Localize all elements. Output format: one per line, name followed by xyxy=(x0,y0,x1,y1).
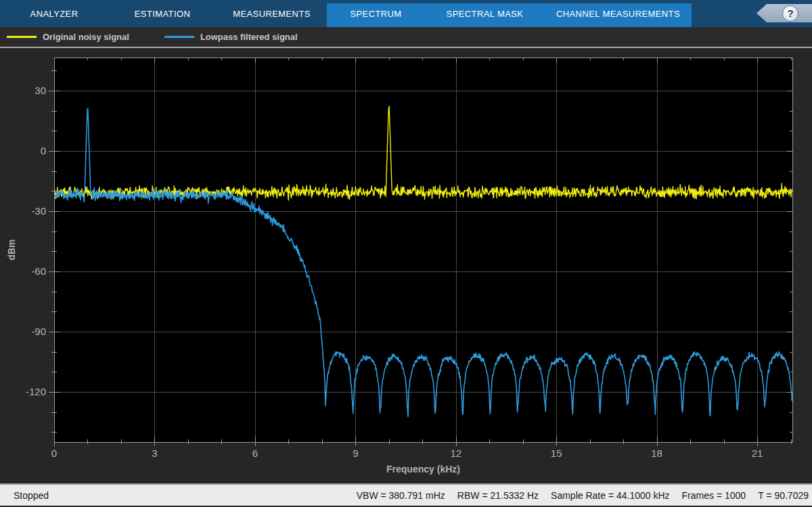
status-metrics: VBW = 380.791 mHzRBW = 21.5332 HzSample … xyxy=(357,490,809,501)
y-tick-label: -120 xyxy=(26,386,46,397)
help-button[interactable]: ? xyxy=(757,4,812,22)
tab-measurements[interactable]: MEASUREMENTS xyxy=(217,0,327,27)
y-axis-label: dBm xyxy=(6,239,17,260)
x-tick-label: 9 xyxy=(353,447,358,459)
spectrum-plot-svg[interactable]: 300-30-60-90-120036912151821Frequency (k… xyxy=(0,48,812,483)
status-metric-frames: Frames = 1000 xyxy=(682,490,746,501)
plot-background xyxy=(54,58,792,442)
x-tick-label: 6 xyxy=(252,447,258,459)
spectrum-analyzer-window: ANALYZER ESTIMATION MEASUREMENTS SPECTRU… xyxy=(0,0,812,507)
x-tick-label: 3 xyxy=(152,447,157,459)
x-tick-label: 15 xyxy=(551,447,562,459)
toolstrip-tabbar: ANALYZER ESTIMATION MEASUREMENTS SPECTRU… xyxy=(0,0,812,27)
x-tick-label: 21 xyxy=(752,447,763,459)
legend-item-filtered[interactable]: Lowpass filtered signal xyxy=(164,32,298,42)
tab-analyzer[interactable]: ANALYZER xyxy=(0,0,108,27)
legend-line-yellow-icon xyxy=(7,36,37,38)
y-tick-label: -90 xyxy=(31,326,46,337)
help-glyph: ? xyxy=(787,7,793,19)
status-metric-vbw: VBW = 380.791 mHz xyxy=(357,490,445,501)
x-tick-label: 18 xyxy=(651,447,662,459)
legend: Original noisy signal Lowpass filtered s… xyxy=(0,27,812,48)
x-axis-label: Frequency (kHz) xyxy=(386,464,460,475)
help-icon[interactable]: ? xyxy=(782,5,798,22)
status-metric-sample-rate: Sample Rate = 44.1000 kHz xyxy=(551,490,670,501)
x-tick-label: 0 xyxy=(51,447,57,459)
legend-line-blue-icon xyxy=(164,36,194,38)
tab-spectral-mask[interactable]: SPECTRAL MASK xyxy=(425,0,545,27)
tab-channel-measurements[interactable]: CHANNEL MEASUREMENTS xyxy=(545,0,692,27)
y-tick-label: 30 xyxy=(35,85,46,96)
tab-spectrum[interactable]: SPECTRUM xyxy=(327,0,425,27)
y-tick-label: 0 xyxy=(41,145,46,156)
status-metric-t: T = 90.7029 xyxy=(758,490,809,501)
x-tick-label: 12 xyxy=(450,447,461,459)
legend-label-original: Original noisy signal xyxy=(43,32,129,42)
y-tick-label: -60 xyxy=(31,265,46,277)
legend-item-original[interactable]: Original noisy signal xyxy=(7,32,129,42)
legend-label-filtered: Lowpass filtered signal xyxy=(200,32,298,42)
y-tick-label: -30 xyxy=(31,205,46,217)
spectrum-plot-area[interactable]: 300-30-60-90-120036912151821Frequency (k… xyxy=(0,48,812,483)
status-bar: Stopped VBW = 380.791 mHzRBW = 21.5332 H… xyxy=(0,483,812,506)
tab-estimation[interactable]: ESTIMATION xyxy=(108,0,217,27)
status-metric-rbw: RBW = 21.5332 Hz xyxy=(457,490,539,501)
status-state: Stopped xyxy=(14,490,49,501)
